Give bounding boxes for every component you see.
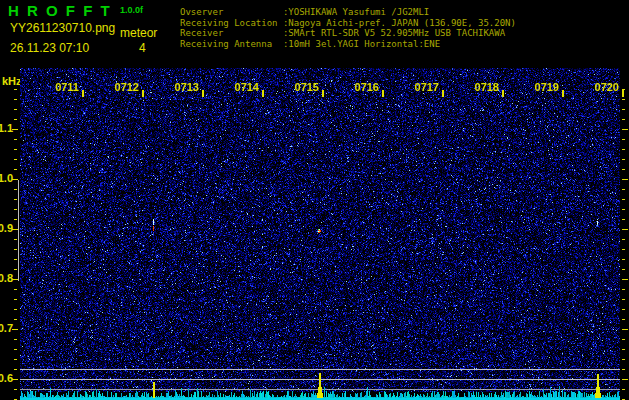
freq-minor-tick-right — [622, 239, 625, 240]
time-tick-label: 0715 — [295, 81, 319, 93]
freq-minor-tick-left — [14, 259, 17, 260]
freq-major-tick-left — [12, 379, 18, 380]
freq-major-tick-right — [622, 379, 628, 380]
freq-minor-tick-right — [622, 269, 625, 270]
time-tick — [382, 90, 384, 97]
freq-minor-tick-right — [622, 189, 625, 190]
y-axis-unit: kHz — [2, 75, 22, 87]
time-tick-label: 0719 — [535, 81, 559, 93]
freq-major-tick-right — [622, 229, 628, 230]
freq-minor-tick-right — [622, 319, 625, 320]
freq-minor-tick-left — [14, 349, 17, 350]
freq-minor-tick-right — [622, 89, 625, 90]
time-tick-label: 0718 — [475, 81, 499, 93]
freq-minor-tick-right — [622, 99, 625, 100]
freq-minor-tick-left — [14, 269, 17, 270]
freq-tick-label: 0.9 — [0, 222, 13, 234]
station-info: Ovserver :YOSHIKAWA Yasufumi /JG2MLI Rec… — [180, 7, 516, 49]
freq-minor-tick-right — [622, 169, 625, 170]
freq-major-tick-right — [622, 329, 628, 330]
time-tick — [622, 90, 624, 97]
time-tick-label: 0714 — [235, 81, 259, 93]
freq-minor-tick-left — [14, 199, 17, 200]
freq-major-tick-left — [12, 329, 18, 330]
time-tick-label: 0713 — [175, 81, 199, 93]
freq-minor-tick-right — [622, 159, 625, 160]
freq-minor-tick-right — [622, 359, 625, 360]
time-tick — [202, 90, 204, 97]
freq-major-tick-right — [622, 129, 628, 130]
time-tick-label: 0716 — [355, 81, 379, 93]
freq-minor-tick-left — [14, 319, 17, 320]
freq-minor-tick-left — [14, 359, 17, 360]
freq-minor-tick-right — [622, 199, 625, 200]
freq-major-tick-right — [622, 279, 628, 280]
freq-minor-tick-right — [622, 149, 625, 150]
freq-minor-tick-right — [622, 369, 625, 370]
freq-minor-tick-right — [622, 389, 625, 390]
time-tick — [322, 90, 324, 97]
freq-minor-tick-left — [14, 169, 17, 170]
freq-minor-tick-right — [622, 139, 625, 140]
time-tick-label: 0717 — [415, 81, 439, 93]
freq-minor-tick-right — [622, 289, 625, 290]
time-tick-label: 0712 — [115, 81, 139, 93]
freq-minor-tick-right — [622, 109, 625, 110]
freq-minor-tick-left — [14, 339, 17, 340]
freq-minor-tick-left — [14, 209, 17, 210]
app-version: 1.0.0f — [120, 5, 143, 15]
time-tick-label: 0720 — [595, 81, 619, 93]
freq-major-tick-right — [622, 179, 628, 180]
datetime-label: 26.11.23 07:10 — [10, 41, 89, 55]
freq-minor-tick-left — [14, 249, 17, 250]
mode-label: meteor — [120, 26, 157, 40]
freq-tick-label: 0.8 — [0, 272, 13, 284]
freq-minor-tick-right — [622, 259, 625, 260]
app-title: H R O F F T — [8, 2, 112, 19]
freq-minor-tick-left — [14, 309, 17, 310]
freq-minor-tick-left — [14, 369, 17, 370]
freq-minor-tick-right — [622, 339, 625, 340]
freq-major-tick-left — [12, 129, 18, 130]
hrofft-screen: H R O F F T 1.0.0f YY2611230710.png mete… — [0, 0, 629, 400]
freq-minor-tick-right — [622, 299, 625, 300]
time-tick — [502, 90, 504, 97]
freq-minor-tick-left — [14, 239, 17, 240]
freq-minor-tick-left — [14, 189, 17, 190]
freq-minor-tick-left — [14, 149, 17, 150]
freq-minor-tick-left — [14, 119, 17, 120]
time-tick — [442, 90, 444, 97]
time-tick — [262, 90, 264, 97]
freq-major-tick-left — [12, 179, 18, 180]
freq-minor-tick-right — [622, 249, 625, 250]
freq-minor-tick-left — [14, 389, 17, 390]
freq-minor-tick-right — [622, 349, 625, 350]
time-tick — [562, 90, 564, 97]
time-tick-label: 0711 — [55, 81, 79, 93]
freq-minor-tick-left — [14, 99, 17, 100]
time-tick — [82, 90, 84, 97]
freq-minor-tick-left — [14, 299, 17, 300]
freq-minor-tick-left — [14, 159, 17, 160]
freq-tick-label: 0.7 — [0, 322, 13, 334]
freq-minor-tick-right — [622, 219, 625, 220]
receiver-line: Receiver :SMArt RTL-SDR V5 52.905MHz USB… — [180, 28, 516, 39]
spectrogram-canvas — [20, 68, 620, 400]
freq-tick-label: 1.0 — [0, 172, 13, 184]
freq-minor-tick-left — [14, 289, 17, 290]
output-filename: YY2611230710.png — [10, 21, 115, 35]
freq-tick-label: 0.6 — [0, 372, 13, 384]
freq-minor-tick-right — [622, 309, 625, 310]
freq-minor-tick-left — [14, 89, 17, 90]
freq-minor-tick-left — [14, 219, 17, 220]
observer-line: Ovserver :YOSHIKAWA Yasufumi /JG2MLI — [180, 7, 516, 18]
freq-minor-tick-right — [622, 119, 625, 120]
freq-tick-label: 1.1 — [0, 122, 13, 134]
freq-minor-tick-left — [14, 109, 17, 110]
antenna-line: Receiving Antenna :10mH 3el.YAGI Horizon… — [180, 39, 516, 50]
calibration-marker-line — [18, 180, 19, 281]
location-line: Receiving Location :Nagoya Aichi-pref. J… — [180, 18, 516, 29]
freq-major-tick-left — [12, 229, 18, 230]
freq-major-tick-left — [12, 279, 18, 280]
meteor-count: 4 — [139, 41, 146, 55]
